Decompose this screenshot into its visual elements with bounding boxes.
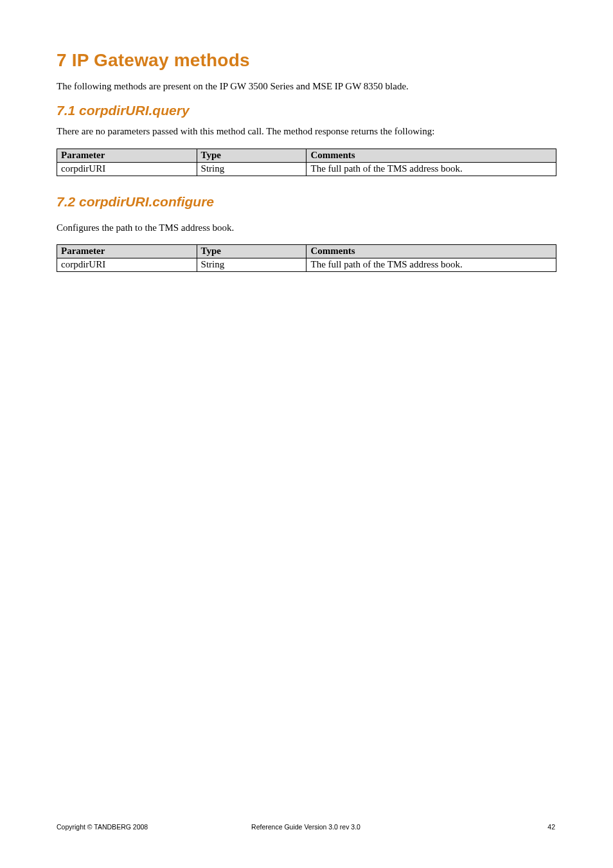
table-header-row: Parameter Type Comments <box>57 149 556 162</box>
col-header-type: Type <box>197 244 306 258</box>
table-header-row: Parameter Type Comments <box>57 244 556 258</box>
col-header-type: Type <box>197 149 306 162</box>
param-table-configure: Parameter Type Comments corpdirURI Strin… <box>57 244 556 272</box>
footer-copyright: Copyright © TANDBERG 2008 <box>57 823 223 831</box>
cell-comments: The full path of the TMS address book. <box>306 162 556 176</box>
page-footer: Copyright © TANDBERG 2008 Reference Guid… <box>0 823 613 831</box>
section-lead-configure: Configures the path to the TMS address b… <box>57 221 556 234</box>
footer-doc-title: Reference Guide Version 3.0 rev 3.0 <box>223 823 389 831</box>
param-table-query: Parameter Type Comments corpdirURI Strin… <box>57 149 556 176</box>
table-row: corpdirURI String The full path of the T… <box>57 162 556 176</box>
cell-parameter: corpdirURI <box>57 258 197 271</box>
cell-type: String <box>197 162 306 176</box>
cell-parameter: corpdirURI <box>57 162 197 176</box>
col-header-parameter: Parameter <box>57 244 197 258</box>
col-header-comments: Comments <box>306 244 556 258</box>
cell-type: String <box>197 258 306 271</box>
table-row: corpdirURI String The full path of the T… <box>57 258 556 271</box>
col-header-parameter: Parameter <box>57 149 197 162</box>
cell-comments: The full path of the TMS address book. <box>306 258 556 271</box>
page-title: 7 IP Gateway methods <box>57 50 556 71</box>
section-lead-query: There are no parameters passed with this… <box>57 125 556 138</box>
section-title-configure: 7.2 corpdirURI.configure <box>57 194 556 210</box>
section-title-query: 7.1 corpdirURI.query <box>57 103 556 118</box>
footer-page-number: 42 <box>389 823 556 831</box>
intro-paragraph: The following methods are present on the… <box>57 80 556 93</box>
col-header-comments: Comments <box>306 149 556 162</box>
